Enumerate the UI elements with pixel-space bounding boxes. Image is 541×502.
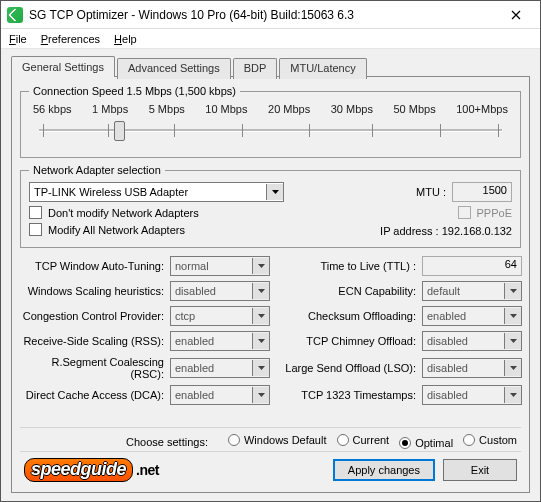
setting-label: Time to Live (TTL) :	[272, 260, 422, 272]
apply-button[interactable]: Apply changes	[333, 459, 435, 481]
speed-mark: 30 Mbps	[331, 103, 373, 115]
speed-slider[interactable]	[29, 119, 512, 147]
connection-speed-group: Connection Speed 1.5 Mbps (1,500 kbps) 5…	[20, 85, 521, 158]
setting-combo[interactable]: ctcp	[170, 306, 270, 326]
ip-line: IP address : 192.168.0.132	[380, 225, 512, 237]
brand-logo: speedguide .net	[24, 458, 159, 482]
checkbox-box	[29, 223, 42, 236]
chevron-down-icon	[252, 333, 269, 349]
ip-value: 192.168.0.132	[442, 225, 512, 237]
radio-dot	[228, 434, 240, 446]
chevron-down-icon	[504, 360, 521, 376]
tab-strip: General Settings Advanced Settings BDP M…	[11, 56, 530, 77]
connection-speed-legend: Connection Speed 1.5 Mbps (1,500 kbps)	[29, 85, 240, 97]
radio-dot	[399, 437, 411, 449]
setting-label: Windows Scaling heuristics:	[20, 285, 170, 297]
setting-combo[interactable]: enabled	[170, 385, 270, 405]
tab-page-general: Connection Speed 1.5 Mbps (1,500 kbps) 5…	[11, 76, 530, 493]
radio-dot	[463, 434, 475, 446]
mtu-value: 1500	[452, 182, 512, 202]
window-title: SG TCP Optimizer - Windows 10 Pro (64-bi…	[29, 8, 496, 22]
setting-combo[interactable]: default	[422, 281, 522, 301]
setting-label: Congestion Control Provider:	[20, 310, 170, 322]
menu-preferences[interactable]: Preferences	[41, 33, 100, 45]
setting-label: TCP 1323 Timestamps:	[272, 389, 422, 401]
menu-help[interactable]: Help	[114, 33, 137, 45]
chevron-down-icon	[504, 308, 521, 324]
app-window: SG TCP Optimizer - Windows 10 Pro (64-bi…	[0, 0, 541, 502]
tab-mtu[interactable]: MTU/Latency	[279, 58, 366, 79]
speed-mark: 10 Mbps	[205, 103, 247, 115]
setting-label: TCP Chimney Offload:	[272, 335, 422, 347]
speed-mark: 1 Mbps	[92, 103, 128, 115]
setting-combo[interactable]: disabled	[422, 331, 522, 351]
checkbox-modify-all[interactable]: Modify All Network Adapters	[29, 223, 199, 236]
setting-label: TCP Window Auto-Tuning:	[20, 260, 170, 272]
radio-optimal[interactable]: Optimal	[399, 437, 453, 449]
choose-label: Choose settings:	[126, 436, 208, 448]
app-icon	[7, 7, 23, 23]
radio-dot	[337, 434, 349, 446]
speed-mark: 5 Mbps	[149, 103, 185, 115]
tab-advanced[interactable]: Advanced Settings	[117, 58, 231, 79]
setting-combo[interactable]: disabled	[422, 358, 522, 378]
adapter-selected-text: TP-LINK Wireless USB Adapter	[34, 186, 188, 198]
chevron-down-icon	[252, 283, 269, 299]
setting-combo[interactable]: enabled	[170, 358, 270, 378]
setting-label: Large Send Offload (LSO):	[272, 362, 422, 374]
setting-label: Direct Cache Access (DCA):	[20, 389, 170, 401]
setting-combo[interactable]: normal	[170, 256, 270, 276]
checkbox-box	[458, 206, 471, 219]
menubar: File Preferences Help	[1, 29, 540, 49]
setting-label: Checksum Offloading:	[272, 310, 422, 322]
chevron-down-icon	[252, 308, 269, 324]
speed-mark: 50 Mbps	[393, 103, 435, 115]
close-button[interactable]	[496, 1, 536, 28]
client-area: General Settings Advanced Settings BDP M…	[1, 49, 540, 501]
radio-current[interactable]: Current	[337, 434, 390, 446]
checkbox-pppoe: PPPoE	[380, 206, 512, 219]
slider-thumb[interactable]	[114, 121, 125, 141]
setting-combo[interactable]: enabled	[422, 306, 522, 326]
checkbox-box	[29, 206, 42, 219]
chevron-down-icon	[266, 184, 283, 200]
ttl-field[interactable]: 64	[422, 256, 522, 276]
adapter-select[interactable]: TP-LINK Wireless USB Adapter	[29, 182, 284, 202]
setting-label: ECN Capability:	[272, 285, 422, 297]
setting-combo[interactable]: disabled	[422, 385, 522, 405]
speed-mark: 56 kbps	[33, 103, 72, 115]
tab-general[interactable]: General Settings	[11, 56, 115, 77]
chevron-down-icon	[504, 333, 521, 349]
chevron-down-icon	[504, 387, 521, 403]
titlebar[interactable]: SG TCP Optimizer - Windows 10 Pro (64-bi…	[1, 1, 540, 29]
menu-file[interactable]: File	[9, 33, 27, 45]
adapter-group: Network Adapter selection TP-LINK Wirele…	[20, 164, 521, 248]
radio-windows-default[interactable]: Windows Default	[228, 434, 327, 446]
speed-tick-labels: 56 kbps 1 Mbps 5 Mbps 10 Mbps 20 Mbps 30…	[29, 103, 512, 115]
speed-mark: 20 Mbps	[268, 103, 310, 115]
setting-label: Receive-Side Scaling (RSS):	[20, 335, 170, 347]
setting-combo[interactable]: enabled	[170, 331, 270, 351]
speed-mark: 100+Mbps	[456, 103, 508, 115]
close-icon	[511, 10, 521, 20]
choose-settings-row: Choose settings: Windows DefaultCurrentO…	[20, 427, 521, 452]
setting-label: R.Segment Coalescing (RSC):	[20, 356, 170, 380]
footer: speedguide .net Apply changes Exit	[20, 452, 521, 482]
checkbox-dont-modify[interactable]: Don't modify Network Adapters	[29, 206, 199, 219]
chevron-down-icon	[252, 360, 269, 376]
chevron-down-icon	[504, 283, 521, 299]
settings-grid: TCP Window Auto-Tuning:normalTime to Liv…	[20, 256, 521, 405]
mtu-label: MTU :	[416, 186, 446, 198]
setting-combo[interactable]: disabled	[170, 281, 270, 301]
chevron-down-icon	[252, 387, 269, 403]
tab-bdp[interactable]: BDP	[233, 58, 278, 79]
adapter-legend: Network Adapter selection	[29, 164, 165, 176]
chevron-down-icon	[252, 258, 269, 274]
exit-button[interactable]: Exit	[443, 459, 517, 481]
radio-custom[interactable]: Custom	[463, 434, 517, 446]
